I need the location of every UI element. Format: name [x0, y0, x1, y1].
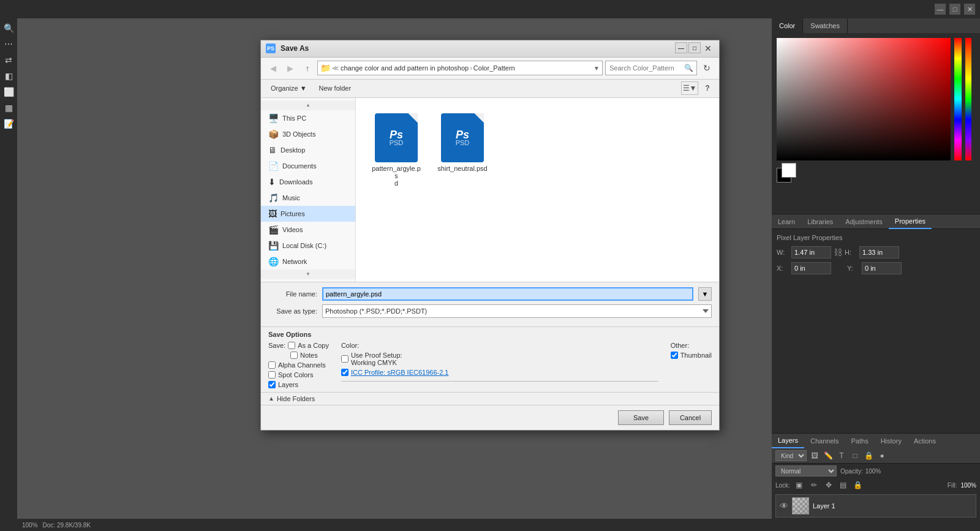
- dialog-body: ▲ 🖥️ This PC 📦 3D Objects 🖥 Desktop 📄 Do…: [261, 98, 719, 282]
- hide-folders-row[interactable]: ▲ Hide Folders: [261, 392, 719, 405]
- sidebar-item-desktop[interactable]: 🖥 Desktop: [261, 142, 355, 158]
- notes-label: Notes: [300, 352, 318, 359]
- color-label-row: Color:: [341, 342, 658, 349]
- sidebar-scroll-up[interactable]: ▲: [261, 100, 355, 110]
- local-disk-icon: 💾: [268, 241, 279, 250]
- music-icon: 🎵: [268, 193, 279, 203]
- file-name-shirt-neutral: shirt_neutral.psd: [437, 165, 487, 172]
- filename-row: File name: ▼: [268, 287, 712, 301]
- videos-icon: 🎬: [268, 225, 279, 235]
- view-toggle-btn[interactable]: ☰▼: [681, 81, 698, 95]
- icc-profile-link[interactable]: ICC Profile: sRGB IEC61966-2.1: [351, 369, 449, 376]
- breadcrumb-current: Color_Pattern: [473, 64, 515, 72]
- search-container: 🔍: [605, 61, 697, 75]
- dialog-titlebar: PS Save As — □ ✕: [261, 40, 719, 58]
- pictures-icon: 🖼: [268, 209, 277, 219]
- documents-icon: 📄: [268, 161, 279, 171]
- alpha-channels-row: Alpha Channels: [268, 361, 329, 369]
- refresh-btn[interactable]: ↻: [699, 61, 714, 75]
- hide-folders-label: Hide Folders: [277, 395, 315, 402]
- layers-label: Layers: [278, 381, 298, 388]
- sidebar-item-downloads[interactable]: ⬇ Downloads: [261, 174, 355, 190]
- dialog-navbar: ◀ ▶ ↑ 📁 ≪ change color and add pattern i…: [261, 58, 719, 80]
- dialog-minimize-btn[interactable]: —: [675, 42, 687, 53]
- sidebar-item-3d-objects[interactable]: 📦 3D Objects: [261, 126, 355, 142]
- 3d-objects-icon: 📦: [268, 129, 279, 139]
- sidebar-item-videos[interactable]: 🎬 Videos: [261, 222, 355, 238]
- organize-btn[interactable]: Organize ▼: [266, 83, 312, 93]
- filename-input[interactable]: [322, 287, 693, 301]
- notes-checkbox[interactable]: [290, 352, 298, 359]
- notes-row: Notes: [268, 352, 329, 359]
- sidebar-item-local-disk[interactable]: 💾 Local Disk (C:): [261, 238, 355, 254]
- downloads-icon: ⬇: [268, 177, 276, 187]
- sidebar-item-this-pc[interactable]: 🖥️ This PC: [261, 110, 355, 126]
- filename-label: File name:: [268, 290, 317, 298]
- titlebar-buttons: — □ ✕: [675, 42, 714, 55]
- dialog-footer: Save Cancel: [261, 405, 719, 430]
- as-copy-label: As a Copy: [298, 342, 329, 349]
- dialog-overlay: PS Save As — □ ✕ ◀ ▶ ↑ 📁 ≪ change color …: [0, 0, 980, 531]
- color-section-label: Color:: [341, 342, 359, 349]
- layers-row: Layers: [268, 381, 329, 388]
- this-pc-icon: 🖥️: [268, 113, 279, 123]
- breadcrumb-dropdown[interactable]: ▼: [594, 65, 600, 72]
- spot-colors-row: Spot Colors: [268, 371, 329, 378]
- sidebar-item-documents[interactable]: 📄 Documents: [261, 158, 355, 174]
- help-btn[interactable]: ?: [701, 81, 714, 95]
- alpha-channels-label: Alpha Channels: [278, 361, 326, 369]
- other-section-label: Other:: [671, 342, 690, 349]
- other-label-row: Other:: [671, 342, 712, 349]
- as-copy-checkbox[interactable]: [288, 342, 295, 349]
- filetype-row: Save as type: Photoshop (*.PSD;*.PDD;*.P…: [268, 304, 712, 318]
- save-label: Save:: [268, 342, 285, 349]
- sidebar-item-network[interactable]: 🌐 Network: [261, 254, 355, 269]
- dialog-title: PS Save As: [266, 43, 309, 53]
- breadcrumb-bar: 📁 ≪ change color and add pattern in phot…: [317, 61, 603, 75]
- file-item-shirt-neutral[interactable]: Ps PSD shirt_neutral.psd: [432, 108, 493, 192]
- desktop-icon: 🖥: [268, 145, 277, 155]
- filetype-select[interactable]: Photoshop (*.PSD;*.PDD;*.PSDT): [322, 304, 712, 318]
- thumbnail-label: Thumbnail: [680, 352, 712, 359]
- save-label-row: Save: As a Copy: [268, 342, 329, 349]
- nav-up-btn[interactable]: ↑: [300, 61, 315, 75]
- icc-profile-checkbox[interactable]: [341, 369, 349, 376]
- nav-forward-btn[interactable]: ▶: [283, 61, 298, 75]
- breadcrumb-part1: change color and add pattern in photosho…: [341, 64, 469, 72]
- use-proof-row: Use Proof Setup: Working CMYK: [341, 352, 658, 366]
- psd-icon-shirt-neutral: Ps PSD: [441, 113, 484, 162]
- thumbnail-checkbox[interactable]: [671, 352, 678, 359]
- search-input[interactable]: [605, 61, 697, 75]
- save-options-title: Save Options: [268, 331, 712, 338]
- spot-colors-checkbox[interactable]: [268, 371, 276, 378]
- toolbar-left: Organize ▼ New folder: [266, 83, 356, 93]
- cancel-button[interactable]: Cancel: [669, 410, 712, 425]
- dialog-sidebar: ▲ 🖥️ This PC 📦 3D Objects 🖥 Desktop 📄 Do…: [261, 98, 356, 282]
- icc-profile-row: ICC Profile: sRGB IEC61966-2.1: [341, 369, 658, 376]
- sidebar-item-pictures[interactable]: 🖼 Pictures: [261, 206, 355, 222]
- save-as-dialog: PS Save As — □ ✕ ◀ ▶ ↑ 📁 ≪ change color …: [260, 40, 720, 431]
- sidebar-item-music[interactable]: 🎵 Music: [261, 190, 355, 206]
- file-item-pattern-argyle[interactable]: Ps PSD pattern_argyle.psd: [366, 108, 427, 192]
- nav-back-btn[interactable]: ◀: [266, 61, 281, 75]
- dialog-maximize-btn[interactable]: □: [688, 42, 701, 53]
- new-folder-btn[interactable]: New folder: [314, 83, 356, 93]
- layers-checkbox[interactable]: [268, 381, 276, 388]
- use-proof-checkbox[interactable]: [341, 355, 349, 363]
- thumbnail-row: Thumbnail: [671, 352, 712, 359]
- dialog-form: File name: ▼ Save as type: Photoshop (*.…: [261, 282, 719, 326]
- sidebar-scroll-down[interactable]: ▼: [261, 269, 355, 279]
- alpha-channels-checkbox[interactable]: [268, 361, 276, 369]
- use-proof-label: Use Proof Setup: Working CMYK: [351, 352, 402, 366]
- toolbar-right: ☰▼ ?: [681, 81, 714, 95]
- dialog-file-toolbar: Organize ▼ New folder ☰▼ ?: [261, 80, 719, 98]
- save-button[interactable]: Save: [618, 410, 664, 425]
- filename-dropdown-btn[interactable]: ▼: [698, 287, 712, 301]
- dialog-close-btn[interactable]: ✕: [702, 42, 714, 55]
- dialog-title-icon: PS: [266, 43, 276, 53]
- options-left: Save: As a Copy Notes Alpha Channels: [268, 342, 329, 388]
- file-area: Ps PSD pattern_argyle.psd Ps PSD shirt_n…: [356, 98, 719, 282]
- hide-folders-caret: ▲: [268, 395, 274, 402]
- file-name-pattern-argyle: pattern_argyle.psd: [371, 165, 421, 187]
- save-options-section: Save Options Save: As a Copy Notes: [261, 326, 719, 392]
